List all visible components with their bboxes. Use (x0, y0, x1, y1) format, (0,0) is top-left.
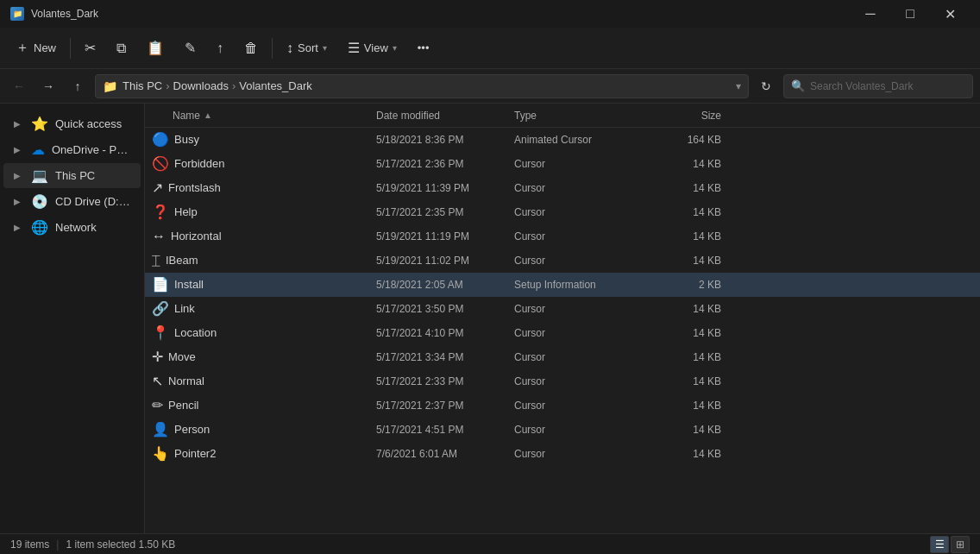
table-row[interactable]: 🚫 Forbidden 5/17/2021 2:36 PM Cursor 14 … (145, 152, 980, 176)
file-date: 5/17/2021 2:37 PM (376, 400, 514, 412)
file-name: IBeam (166, 254, 198, 267)
file-rows-container: 🔵 Busy 5/18/2021 8:36 PM Animated Cursor… (145, 128, 980, 466)
file-type: Cursor (514, 351, 652, 363)
more-button[interactable]: ••• (409, 37, 438, 59)
file-name-cell: ⌶ IBeam (152, 253, 376, 268)
path-downloads[interactable]: Downloads (173, 79, 229, 92)
copy-button[interactable]: ⧉ (108, 36, 135, 60)
file-type: Cursor (514, 327, 652, 339)
table-row[interactable]: ↖ Normal 5/17/2021 2:33 PM Cursor 14 KB (145, 369, 980, 393)
file-date: 5/19/2021 11:19 PM (376, 230, 514, 242)
share-button[interactable]: ↑ (208, 36, 232, 60)
rename-button[interactable]: ✎ (176, 35, 204, 60)
sort-icon: ↕ (286, 41, 293, 56)
address-bar[interactable]: 📁 This PC › Downloads › Volantes_Dark ▾ (95, 74, 749, 98)
minimize-button[interactable]: ─ (851, 0, 890, 28)
address-parts: This PC › Downloads › Volantes_Dark (122, 79, 312, 92)
expand-arrow-this-pc: ▶ (14, 171, 24, 180)
up-button[interactable]: ↑ (66, 74, 90, 98)
title-bar: 📁 Volantes_Dark ─ □ ✕ (0, 0, 980, 28)
paste-icon: 📋 (147, 40, 164, 56)
column-size[interactable]: Size (652, 110, 721, 122)
sidebar-item-this-pc[interactable]: ▶ 💻 This PC (3, 163, 141, 188)
file-icon: 🚫 (152, 155, 169, 172)
expand-arrow-cd-drive: ▶ (14, 197, 24, 206)
file-icon: 🔗 (152, 300, 169, 317)
file-name-cell: 👆 Pointer2 (152, 445, 376, 462)
search-box[interactable]: 🔍 Search Volantes_Dark (783, 74, 973, 98)
file-name: Pencil (168, 399, 198, 412)
toolbar-separator-1 (70, 38, 71, 59)
file-icon: 📍 (152, 324, 169, 341)
path-this-pc[interactable]: This PC (122, 79, 162, 92)
table-row[interactable]: ✛ Move 5/17/2021 3:34 PM Cursor 14 KB (145, 345, 980, 369)
list-view-button[interactable]: ☰ (930, 536, 949, 553)
table-row[interactable]: 🔵 Busy 5/18/2021 8:36 PM Animated Cursor… (145, 128, 980, 152)
back-button[interactable]: ← (7, 74, 31, 98)
file-size: 14 KB (652, 375, 721, 387)
file-name-cell: ↖ Normal (152, 373, 376, 389)
file-size: 14 KB (652, 400, 721, 412)
column-date-modified[interactable]: Date modified (376, 110, 514, 122)
file-size: 164 KB (652, 134, 721, 146)
toolbar: ＋ New ✂ ⧉ 📋 ✎ ↑ 🗑 ↕ Sort ▾ ☰ View ▾ ••• (0, 28, 980, 69)
file-icon: ❓ (152, 204, 169, 220)
new-button[interactable]: ＋ New (7, 35, 65, 61)
table-row[interactable]: 👆 Pointer2 7/6/2021 6:01 AM Cursor 14 KB (145, 442, 980, 466)
sidebar-item-quick-access[interactable]: ▶ ⭐ Quick access (3, 111, 141, 136)
search-icon: 🔍 (791, 79, 805, 92)
file-name-cell: 👤 Person (152, 421, 376, 438)
cd-drive-icon: 💿 (31, 193, 48, 210)
column-name[interactable]: Name ▲ (152, 110, 376, 122)
view-button[interactable]: ☰ View ▾ (339, 35, 405, 60)
file-size: 14 KB (652, 351, 721, 363)
file-list-header: Name ▲ Date modified Type Size (145, 104, 980, 128)
file-icon: ↗ (152, 179, 163, 196)
path-current-folder[interactable]: Volantes_Dark (239, 79, 312, 92)
table-row[interactable]: 📍 Location 5/17/2021 4:10 PM Cursor 14 K… (145, 321, 980, 345)
sort-arrow-name: ▲ (204, 110, 212, 120)
forward-button[interactable]: → (36, 74, 60, 98)
file-date: 5/17/2021 3:34 PM (376, 351, 514, 363)
expand-arrow-network: ▶ (14, 223, 24, 232)
file-name: Install (174, 278, 204, 291)
file-type: Cursor (514, 206, 652, 218)
file-icon: 👤 (152, 421, 169, 438)
refresh-button[interactable]: ↻ (754, 74, 778, 98)
sidebar-item-cd-drive[interactable]: ▶ 💿 CD Drive (D:) Mobi... (3, 189, 141, 214)
file-name-cell: ✏ Pencil (152, 397, 376, 413)
table-row[interactable]: ❓ Help 5/17/2021 2:35 PM Cursor 14 KB (145, 200, 980, 224)
quick-access-icon: ⭐ (31, 116, 48, 132)
file-name-cell: 📍 Location (152, 324, 376, 341)
file-size: 14 KB (652, 206, 721, 218)
grid-view-button[interactable]: ⊞ (951, 536, 970, 553)
sidebar-item-onedrive[interactable]: ▶ ☁ OneDrive - Personal (3, 137, 141, 162)
sort-button[interactable]: ↕ Sort ▾ (278, 36, 336, 60)
maximize-button[interactable]: □ (890, 0, 930, 28)
new-icon: ＋ (16, 39, 29, 57)
file-date: 5/17/2021 2:33 PM (376, 375, 514, 387)
table-row[interactable]: ⌶ IBeam 5/19/2021 11:02 PM Cursor 14 KB (145, 249, 980, 273)
table-row[interactable]: 📄 Install 5/18/2021 2:05 AM Setup Inform… (145, 273, 980, 297)
item-count: 19 items (10, 538, 49, 551)
close-button[interactable]: ✕ (930, 0, 970, 28)
column-type[interactable]: Type (514, 110, 652, 122)
cut-button[interactable]: ✂ (76, 35, 104, 60)
file-name: Link (174, 302, 195, 315)
table-row[interactable]: ↔ Horizontal 5/19/2021 11:19 PM Cursor 1… (145, 224, 980, 249)
table-row[interactable]: 🔗 Link 5/17/2021 3:50 PM Cursor 14 KB (145, 297, 980, 321)
view-toggle: ☰ ⊞ (930, 536, 970, 553)
file-date: 5/17/2021 4:10 PM (376, 327, 514, 339)
table-row[interactable]: 👤 Person 5/17/2021 4:51 PM Cursor 14 KB (145, 418, 980, 442)
toolbar-separator-2 (272, 38, 273, 59)
address-row: ← → ↑ 📁 This PC › Downloads › Volantes_D… (0, 69, 980, 104)
file-list: Name ▲ Date modified Type Size 🔵 Busy 5/… (145, 104, 980, 533)
delete-button[interactable]: 🗑 (236, 36, 267, 60)
sidebar-item-network[interactable]: ▶ 🌐 Network (3, 215, 141, 240)
table-row[interactable]: ↗ Frontslash 5/19/2021 11:39 PM Cursor 1… (145, 176, 980, 200)
paste-button[interactable]: 📋 (138, 35, 173, 60)
table-row[interactable]: ✏ Pencil 5/17/2021 2:37 PM Cursor 14 KB (145, 393, 980, 418)
file-name: Pointer2 (174, 447, 216, 460)
search-placeholder: Search Volantes_Dark (810, 80, 913, 92)
address-dropdown-button[interactable]: ▾ (736, 80, 741, 92)
